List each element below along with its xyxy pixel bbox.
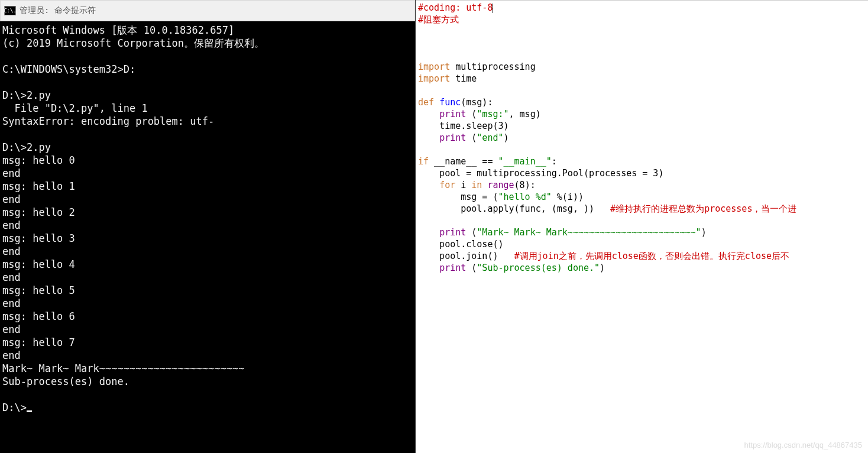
code-editor[interactable]: #coding: utf-8 #阻塞方式 import multiprocess… xyxy=(416,0,868,453)
window-title: 管理员: 命令提示符 xyxy=(20,5,96,16)
cmd-icon: C:\. xyxy=(4,6,16,15)
terminal-titlebar[interactable]: C:\. 管理员: 命令提示符 xyxy=(0,0,415,21)
split-view: C:\. 管理员: 命令提示符 Microsoft Windows [版本 10… xyxy=(0,0,868,453)
terminal-output[interactable]: Microsoft Windows [版本 10.0.18362.657] (c… xyxy=(0,21,415,453)
terminal-window: C:\. 管理员: 命令提示符 Microsoft Windows [版本 10… xyxy=(0,0,416,453)
